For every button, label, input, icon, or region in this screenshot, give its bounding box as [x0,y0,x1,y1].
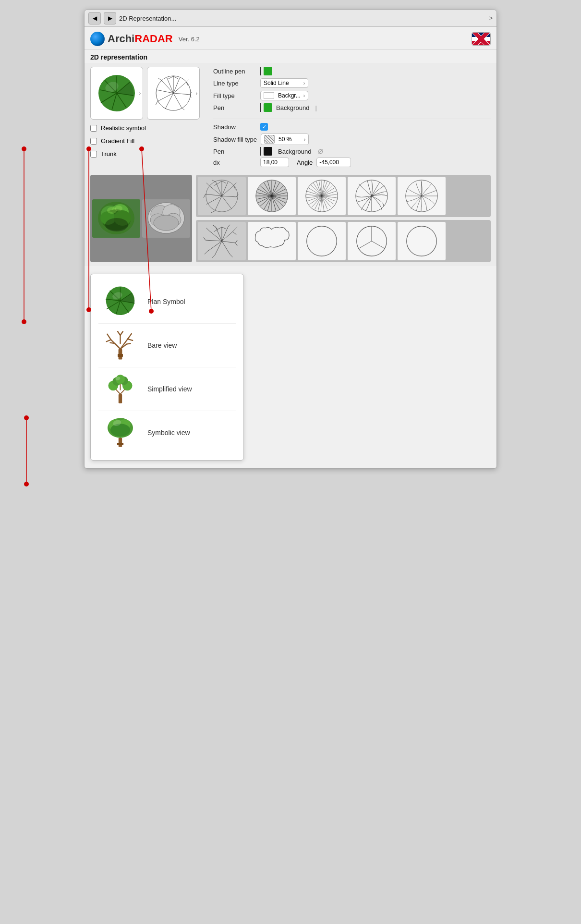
fill-type-value: Backgr... [278,92,301,99]
plan-symbol-icon-wrap [98,285,142,318]
symbolic-view-label: Symbolic view [147,429,190,437]
preview-branch-tree[interactable] [198,177,246,215]
preview-starburst[interactable] [398,177,446,215]
svg-line-147 [228,225,230,227]
symbolic-view-icon [100,416,141,450]
preview-radial-2[interactable] [298,177,346,215]
shadow-pen-bg-label: Background [278,148,311,155]
svg-line-53 [222,196,236,197]
line-type-dropdown[interactable]: Solid Line › [260,78,308,88]
outline-pen-color-icon [264,67,272,75]
section-title: 2D representation [85,49,496,63]
svg-line-141 [204,237,206,240]
realistic-tree-thumb[interactable] [92,199,140,238]
svg-line-167 [107,334,111,340]
dx-label: dx [213,159,256,166]
svg-line-56 [215,196,222,211]
svg-line-115 [309,188,322,196]
svg-line-57 [211,211,215,213]
wavy-1-svg [350,177,393,215]
svg-line-63 [216,182,222,196]
preview-row-1 [196,175,491,217]
line-type-label: Line type [213,80,256,87]
angle-input[interactable] [316,158,351,167]
svg-line-144 [216,227,222,241]
logo-bar: ArchiRADAR Ver. 6.2 [85,27,496,49]
svg-point-44 [154,215,179,231]
preview-block-right [196,175,491,262]
plan-symbol-item[interactable]: Plan Symbol [98,280,236,324]
realistic-symbol-checkbox[interactable] [90,125,97,132]
svg-line-123 [218,227,222,230]
radial-2-svg [300,177,343,215]
svg-line-146 [222,227,228,241]
svg-line-129 [232,232,236,235]
svg-line-138 [207,241,222,251]
svg-rect-190 [117,443,123,445]
bare-view-item[interactable]: Bare view [98,324,236,367]
plan-thumb-box[interactable]: › [90,67,143,120]
svg-rect-165 [118,354,123,357]
cloud-outline-svg [250,222,293,260]
fill-type-dropdown[interactable]: Backgr... › [260,91,308,100]
svg-line-65 [222,182,228,196]
preview-radial-1[interactable] [248,177,296,215]
wire-tree-thumb[interactable] [142,199,190,238]
fill-type-row: Fill type Backgr... › [213,91,491,100]
bare-view-icon [100,328,141,362]
preview-row-2 [196,220,491,262]
svg-line-97 [322,188,334,196]
gradient-fill-checkbox[interactable] [90,138,97,145]
language-flag-button[interactable] [472,32,491,46]
shadow-checkbox[interactable]: ✓ [260,123,268,131]
rep-left-panel: › [90,67,206,167]
bare-view-icon-wrap [98,328,142,362]
svg-line-54 [236,194,238,197]
nav-bar: ◀ ▶ 2D Representation... > [85,10,496,27]
logo-globe-icon [90,32,105,46]
svg-line-130 [235,227,237,229]
logo-version: Ver. 6.2 [179,36,200,43]
preview-simple-circle[interactable] [298,222,346,260]
preview-branch-only[interactable] [198,222,246,260]
svg-line-22 [165,93,173,109]
wire-tree-preview-svg [144,200,189,237]
svg-point-37 [115,206,122,211]
thumb-row: › [90,67,206,120]
wire-thumb-box[interactable]: › [147,67,200,120]
svg-line-17 [173,93,190,95]
preview-segment-circle[interactable] [348,222,396,260]
svg-point-210 [24,482,29,486]
simplified-view-item[interactable]: Simplified view [98,367,236,411]
simplified-view-label: Simplified view [147,385,192,393]
pen-separator: | [315,104,316,111]
svg-line-133 [235,243,237,246]
wire-tree-svg [152,72,195,115]
line-type-value: Solid Line [264,80,289,86]
shadow-fill-type-dropdown[interactable]: 50 % › [261,134,309,145]
svg-rect-179 [118,394,121,403]
starburst-svg [400,177,443,215]
branch-tree-svg [200,177,243,215]
shadow-pen-row: Pen Background Ø [213,147,491,156]
nav-back-button[interactable]: ◀ [88,12,101,24]
svg-line-139 [205,251,207,254]
branch-only-svg [200,222,243,260]
preview-wavy-1[interactable] [348,177,396,215]
nav-forward-button[interactable]: ▶ [104,12,116,24]
preview-cloud-outline[interactable] [248,222,296,260]
trunk-checkbox[interactable] [90,151,97,158]
symbolic-view-item[interactable]: Symbolic view [98,411,236,454]
svg-line-176 [110,343,114,344]
dx-input[interactable] [260,158,289,167]
preview-plain-circle[interactable] [398,222,446,260]
thumb-chevron-right: › [139,91,141,96]
pen-row: Pen Background | [213,103,491,112]
simplified-view-icon-wrap [98,372,142,406]
svg-line-23 [157,93,173,101]
shadow-pen-line-icon [260,147,261,156]
logo-radar: RADAR [134,33,172,45]
shadow-pen-empty: Ø [318,148,323,155]
simple-circle-svg [300,222,343,260]
line-type-row: Line type Solid Line › [213,78,491,88]
